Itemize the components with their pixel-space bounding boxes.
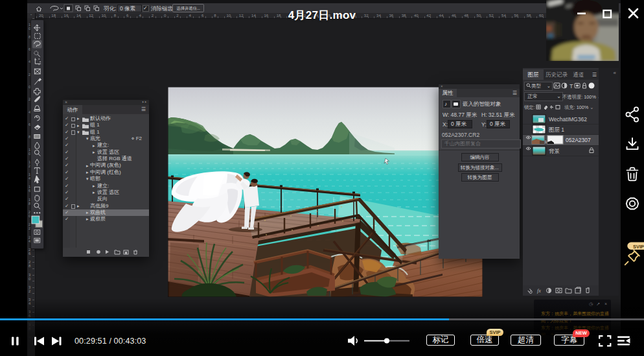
svg-text:背景: 背景 [549,148,560,154]
svg-text:T: T [569,83,573,89]
svg-text:WechatIMG362: WechatIMG362 [549,116,587,123]
svg-text:SVIP: SVIP [633,244,644,250]
svg-text:图层 1: 图层 1 [549,126,564,133]
svg-text:052A2307: 052A2307 [566,137,591,143]
svg-text:fx: fx [537,288,541,294]
